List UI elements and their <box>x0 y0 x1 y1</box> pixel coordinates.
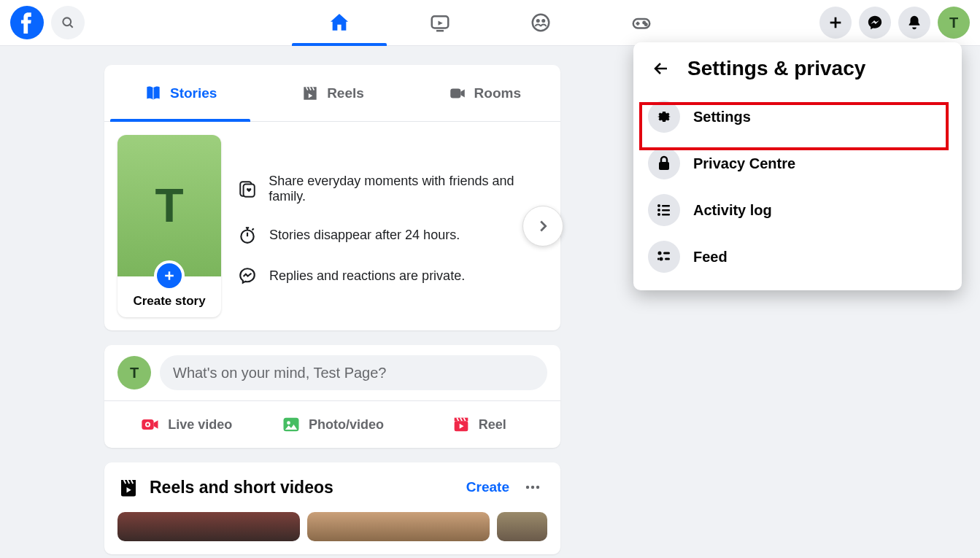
reel-icon <box>451 414 471 435</box>
menu-item-privacy-centre[interactable]: Privacy Centre <box>638 140 957 187</box>
svg-point-32 <box>526 486 529 489</box>
stories-body: T Create story Share everyday moments wi… <box>104 122 560 330</box>
reels-header: Reels and short videos Create <box>104 462 560 512</box>
tab-reels[interactable]: Reels <box>256 65 408 121</box>
nav-groups[interactable] <box>493 0 588 46</box>
stories-next-button[interactable] <box>522 206 563 247</box>
story-info-row: Replies and reactions are private. <box>237 266 547 286</box>
avatar-initial: T <box>130 365 139 381</box>
dropdown-header: Settings & privacy <box>638 50 957 93</box>
story-info-row: Share everyday moments with friends and … <box>237 174 547 204</box>
stories-info: Share everyday moments with friends and … <box>237 166 547 286</box>
tab-label: Stories <box>170 85 217 101</box>
header-right: T <box>819 7 980 39</box>
svg-rect-44 <box>663 252 670 255</box>
svg-rect-36 <box>659 162 669 170</box>
profile-letter: T <box>155 179 183 233</box>
list-icon <box>648 194 680 226</box>
reels-thumbnails <box>104 512 560 554</box>
reel-thumbnail[interactable] <box>497 512 547 541</box>
story-info-text: Share everyday moments with friends and … <box>269 174 547 204</box>
nav-gaming[interactable] <box>594 0 689 46</box>
settings-privacy-dropdown: Settings & privacy Settings Privacy Cent… <box>633 42 962 290</box>
composer-actions: Live video Photo/video Reel <box>104 400 560 448</box>
facebook-logo[interactable] <box>10 6 44 39</box>
reels-create-link[interactable]: Create <box>466 479 509 495</box>
stories-tabbar: Stories Reels Rooms <box>104 65 560 122</box>
live-video-button[interactable]: Live video <box>113 407 259 442</box>
svg-rect-38 <box>662 205 670 207</box>
notifications-button[interactable] <box>898 7 930 39</box>
create-story-tile[interactable]: T Create story <box>117 135 221 317</box>
svg-point-33 <box>531 486 534 489</box>
menu-label: Privacy Centre <box>693 155 795 172</box>
plus-icon <box>162 268 177 283</box>
reel-thumbnail[interactable] <box>307 512 490 541</box>
reels-title: Reels and short videos <box>150 478 333 497</box>
svg-rect-47 <box>665 258 670 260</box>
account-menu-button[interactable]: T <box>938 7 970 39</box>
reels-more-button[interactable] <box>518 473 547 502</box>
story-info-text: Stories disappear after 24 hours. <box>269 228 460 243</box>
book-icon <box>144 84 163 103</box>
svg-rect-46 <box>657 258 660 260</box>
feed-icon <box>648 241 680 273</box>
cards-heart-icon <box>237 179 257 199</box>
reel-thumbnail[interactable] <box>117 512 300 541</box>
clapper-icon <box>117 476 139 498</box>
video-icon <box>448 84 467 103</box>
svg-point-1 <box>63 18 71 26</box>
composer-card: T What's on your mind, Test Page? Live v… <box>104 345 560 448</box>
tab-rooms[interactable]: Rooms <box>409 65 560 121</box>
svg-point-28 <box>147 423 150 426</box>
home-icon <box>328 11 351 34</box>
composer-input[interactable]: What's on your mind, Test Page? <box>160 355 547 390</box>
photo-icon <box>281 414 301 435</box>
stopwatch-icon <box>237 225 258 245</box>
composer-avatar[interactable]: T <box>117 356 151 390</box>
action-label: Live video <box>168 417 232 433</box>
tab-label: Reels <box>327 85 364 101</box>
nav-home[interactable] <box>292 0 387 46</box>
menu-label: Feed <box>693 249 728 266</box>
svg-point-39 <box>657 209 660 212</box>
chevron-right-icon <box>535 218 551 234</box>
menu-label: Activity log <box>693 202 772 219</box>
arrow-left-icon <box>652 60 670 77</box>
top-header: T <box>0 0 980 46</box>
svg-point-45 <box>660 257 663 261</box>
gaming-icon <box>630 12 652 34</box>
svg-rect-16 <box>450 88 460 98</box>
search-button[interactable] <box>51 6 85 39</box>
menu-item-activity-log[interactable]: Activity log <box>638 187 957 233</box>
search-icon <box>61 15 75 30</box>
reels-card: Reels and short videos Create <box>104 462 560 554</box>
tab-label: Rooms <box>474 85 521 101</box>
menu-label: Settings <box>693 109 751 125</box>
menu-item-settings[interactable]: Settings <box>638 93 957 140</box>
more-icon <box>524 478 541 496</box>
groups-icon <box>530 12 552 34</box>
camera-live-icon <box>140 414 161 435</box>
svg-point-43 <box>658 252 662 255</box>
menu-item-feed[interactable]: Feed <box>638 233 957 280</box>
messenger-icon <box>867 15 883 31</box>
svg-point-6 <box>536 19 539 23</box>
composer-top: T What's on your mind, Test Page? <box>104 345 560 400</box>
reel-button[interactable]: Reel <box>406 407 552 442</box>
back-button[interactable] <box>648 55 674 82</box>
action-label: Photo/video <box>309 417 384 433</box>
avatar-initial: T <box>949 15 958 31</box>
nav-watch[interactable] <box>393 0 487 46</box>
tab-stories[interactable]: Stories <box>104 65 256 121</box>
story-info-text: Replies and reactions are private. <box>269 268 465 284</box>
svg-point-12 <box>645 23 647 26</box>
watch-icon <box>429 12 451 34</box>
photo-video-button[interactable]: Photo/video <box>259 407 405 442</box>
create-story-image: T <box>117 135 221 276</box>
create-menu-button[interactable] <box>819 7 852 39</box>
svg-line-25 <box>252 228 254 230</box>
messenger-button[interactable] <box>859 7 891 39</box>
plus-icon <box>827 15 844 31</box>
bell-icon <box>906 15 922 31</box>
